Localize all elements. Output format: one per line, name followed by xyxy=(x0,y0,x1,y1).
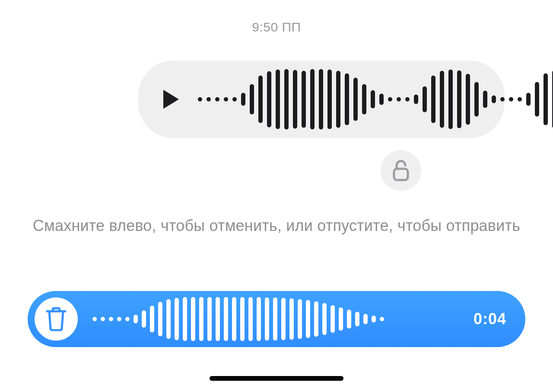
waveform-bar xyxy=(298,299,302,339)
waveform-bar xyxy=(371,90,375,108)
waveform-bar xyxy=(150,306,154,332)
waveform-bar xyxy=(423,86,427,112)
waveform-bar xyxy=(355,312,359,326)
waveform-bar xyxy=(257,297,261,341)
waveform-bar xyxy=(431,76,435,123)
home-indicator[interactable] xyxy=(210,376,343,381)
waveform-bar xyxy=(273,297,277,341)
waveform-dot xyxy=(518,97,522,101)
voice-waveform xyxy=(198,67,553,132)
recording-timer: 0:04 xyxy=(474,310,506,328)
waveform-bar xyxy=(466,74,470,125)
waveform-bar xyxy=(363,314,368,324)
waveform-bar xyxy=(347,310,351,329)
waveform-bar xyxy=(289,298,294,340)
waveform-bar xyxy=(248,297,253,341)
waveform-bar xyxy=(380,317,384,321)
waveform-bar xyxy=(158,302,162,336)
waveform-bar xyxy=(345,73,349,125)
waveform-bar xyxy=(133,315,138,323)
waveform-bar xyxy=(414,95,418,104)
play-icon[interactable] xyxy=(163,90,179,109)
waveform-bar xyxy=(339,307,343,331)
waveform-dot xyxy=(101,317,105,321)
waveform-bar xyxy=(336,71,340,128)
waveform-bar xyxy=(258,76,263,123)
waveform-bar xyxy=(207,297,212,341)
waveform-bar xyxy=(191,297,195,341)
waveform-dot xyxy=(388,97,392,101)
waveform-bar xyxy=(284,69,289,130)
waveform-bar xyxy=(224,297,228,341)
waveform-bar xyxy=(327,70,332,129)
lock-recording-button[interactable] xyxy=(381,150,421,191)
waveform-dot xyxy=(109,317,113,321)
waveform-bar xyxy=(440,71,444,128)
waveform-bar xyxy=(331,305,335,333)
waveform-bar xyxy=(448,70,453,129)
waveform-dot xyxy=(405,97,410,101)
waveform-dot xyxy=(397,97,401,101)
waveform-dot xyxy=(509,97,513,101)
waveform-bar xyxy=(250,84,254,114)
waveform-bar xyxy=(310,69,315,130)
waveform-bar xyxy=(142,310,146,328)
waveform-bar xyxy=(175,298,179,340)
waveform-dot xyxy=(92,317,97,321)
waveform-bar xyxy=(353,78,358,121)
waveform-bar xyxy=(314,301,318,337)
message-timestamp: 9:50 ПП xyxy=(252,20,301,35)
waveform-bar xyxy=(232,297,236,341)
waveform-bar xyxy=(362,84,366,114)
waveform-bar xyxy=(216,297,220,341)
waveform-bar xyxy=(306,300,310,338)
waveform-bar xyxy=(293,70,297,129)
received-voice-message[interactable] xyxy=(138,60,505,138)
waveform-bar xyxy=(241,93,245,106)
waveform-bar xyxy=(276,70,280,129)
waveform-bar xyxy=(281,298,286,340)
waveform-bar xyxy=(265,297,269,341)
waveform-bar xyxy=(319,69,323,130)
waveform-bar xyxy=(302,71,306,128)
recording-bar[interactable]: 0:04 xyxy=(28,291,525,347)
waveform-bar xyxy=(526,93,531,106)
waveform-bar xyxy=(166,299,171,339)
waveform-dot xyxy=(500,97,505,101)
recording-hint-text: Смахните влево, чтобы отменить, или отпу… xyxy=(16,217,537,235)
svg-rect-0 xyxy=(394,169,408,180)
waveform-bar xyxy=(379,94,384,105)
waveform-dot xyxy=(198,97,202,101)
waveform-dot xyxy=(117,317,121,321)
waveform-dot xyxy=(232,97,237,101)
recording-waveform xyxy=(92,297,384,341)
waveform-bar xyxy=(322,303,327,335)
waveform-dot xyxy=(215,97,219,101)
trash-icon xyxy=(45,307,67,331)
waveform-bar xyxy=(543,73,548,125)
waveform-bar xyxy=(183,297,187,341)
waveform-dot xyxy=(207,97,211,101)
unlock-icon xyxy=(391,159,410,182)
waveform-dot xyxy=(125,317,130,321)
waveform-dot xyxy=(224,97,228,101)
waveform-bar xyxy=(199,297,203,341)
waveform-bar xyxy=(240,297,245,341)
cancel-recording-button[interactable] xyxy=(35,297,78,341)
waveform-bar xyxy=(267,71,271,127)
waveform-bar xyxy=(457,70,461,128)
waveform-bar xyxy=(535,82,539,117)
waveform-bar xyxy=(483,91,487,108)
waveform-bar xyxy=(474,82,479,117)
waveform-bar xyxy=(372,316,376,322)
waveform-bar xyxy=(492,95,496,103)
